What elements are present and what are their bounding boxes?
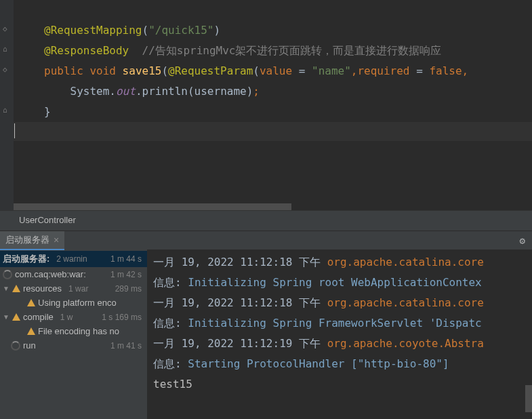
tool-window-tabs: 启动服务器 × ⚙ xyxy=(0,231,532,250)
tab-label: 启动服务器 xyxy=(5,234,49,246)
breadcrumb[interactable]: UserController xyxy=(0,210,532,231)
annotation: @RequestMapping xyxy=(44,24,142,37)
gutter-marker-icon: ◇ xyxy=(3,65,7,74)
gutter-marker-icon: ⌂ xyxy=(3,45,7,54)
code-content[interactable]: @RequestMapping("/quick15") @ResponseBod… xyxy=(0,0,532,122)
spinner-icon xyxy=(3,270,12,279)
tab-run-server[interactable]: 启动服务器 × xyxy=(0,231,64,250)
horizontal-scrollbar[interactable] xyxy=(14,203,291,210)
gutter-marker-icon: ⌂ xyxy=(3,106,7,115)
task-row[interactable]: run 1 m 41 s xyxy=(0,338,147,353)
warning-icon xyxy=(27,299,35,306)
caret-line-highlight xyxy=(14,122,532,141)
run-panel: 启动服务器: 2 warnin 1 m 44 s com.caq:web:war… xyxy=(0,250,532,419)
warning-icon xyxy=(12,313,20,321)
build-task-tree[interactable]: 启动服务器: 2 warnin 1 m 44 s com.caq:web:war… xyxy=(0,250,148,419)
console-output[interactable]: 一月 19, 2022 11:12:18 下午 org.apache.catal… xyxy=(148,250,532,419)
code-editor[interactable]: ◇ ⌂ ◇ ⌂ @RequestMapping("/quick15") @Res… xyxy=(0,0,532,210)
gutter: ◇ ⌂ ◇ ⌂ xyxy=(0,0,14,210)
gear-icon[interactable]: ⚙ xyxy=(520,235,525,246)
close-icon[interactable]: × xyxy=(54,235,59,245)
breadcrumb-item[interactable]: UserController xyxy=(19,215,76,225)
spinner-icon xyxy=(11,341,20,351)
method-name: save15 xyxy=(123,64,162,77)
chevron-down-icon[interactable]: ▼ xyxy=(3,285,9,292)
text-caret xyxy=(14,123,15,138)
task-row[interactable]: ▼ resources 1 war 289 ms xyxy=(0,281,147,296)
comment: //告知springMvc架不进行页面跳转，而是直接进行数据响应 xyxy=(129,44,441,57)
vertical-scrollbar[interactable] xyxy=(525,385,532,412)
warning-icon xyxy=(12,285,20,292)
warning-icon xyxy=(27,327,35,335)
annotation: @ResponseBody xyxy=(44,44,129,57)
task-row-root[interactable]: 启动服务器: 2 warnin 1 m 44 s xyxy=(0,251,147,267)
task-row[interactable]: com.caq:web:war: 1 m 42 s xyxy=(0,267,147,281)
task-detail-row[interactable]: File encoding has no xyxy=(0,324,147,338)
task-row[interactable]: ▼ compile 1 w 1 s 169 ms xyxy=(0,310,147,324)
chevron-down-icon[interactable]: ▼ xyxy=(3,313,9,321)
task-detail-row[interactable]: Using platform enco xyxy=(0,296,147,310)
gutter-marker-icon: ◇ xyxy=(3,24,7,33)
